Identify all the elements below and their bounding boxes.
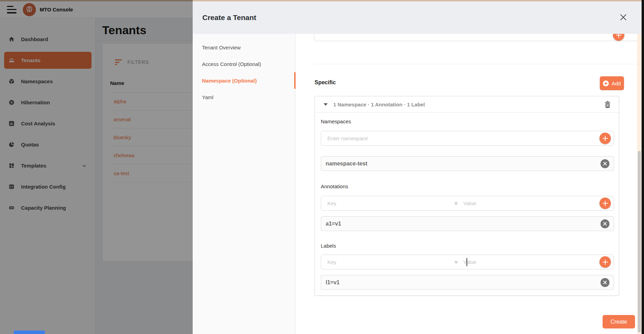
namespace-chip: namespace-test	[321, 156, 614, 171]
delete-trash-icon[interactable]	[604, 101, 611, 108]
remove-namespace-button[interactable]	[600, 159, 609, 168]
modal-nav-access-control[interactable]: Access Control (Optional)	[193, 56, 296, 72]
label-chip: l1=v1	[321, 275, 614, 290]
modal-nav-namespace[interactable]: Namespace (Optional)	[193, 72, 296, 89]
clipped-input-above[interactable]	[314, 34, 637, 41]
close-icon[interactable]	[619, 13, 628, 22]
modal-nav-yaml[interactable]: Yaml	[193, 89, 296, 105]
screen: MTO Console Dashboard Tenants Namespaces…	[0, 0, 644, 334]
namespace-input[interactable]	[321, 131, 599, 145]
annotation-key-input[interactable]	[321, 196, 451, 210]
add-annotation-button[interactable]	[599, 198, 611, 209]
annotations-label: Annotations	[321, 183, 348, 189]
modal-nav: Tenant Overview Access Control (Optional…	[193, 34, 296, 334]
text-cursor	[467, 258, 467, 266]
plus-circle-icon	[603, 80, 609, 86]
label-value-input[interactable]	[461, 255, 599, 269]
annotation-input-row: =	[321, 196, 614, 211]
add-button-label: Add	[612, 80, 621, 86]
add-namespace-button[interactable]	[599, 133, 611, 144]
modal-header: Create a Tenant	[193, 1, 642, 34]
label-chip-value: l1=v1	[326, 279, 600, 286]
label-key-input[interactable]	[321, 255, 451, 269]
collapse-caret-icon[interactable]	[324, 103, 328, 106]
modal-nav-list: Tenant Overview Access Control (Optional…	[193, 39, 296, 105]
modal-nav-tenant-overview[interactable]: Tenant Overview	[193, 39, 296, 56]
remove-label-button[interactable]	[600, 278, 609, 287]
annotation-chip: a1=v1	[321, 216, 614, 231]
remove-annotation-button[interactable]	[600, 219, 609, 228]
annotation-chip-value: a1=v1	[326, 221, 600, 227]
add-button[interactable]: Add	[600, 76, 624, 90]
scrollbar-thumb[interactable]	[638, 151, 641, 332]
namespace-input-row	[321, 131, 614, 146]
annotation-value-input[interactable]	[461, 196, 599, 210]
group-panel-header[interactable]: 1 Namespace · 1 Annotation · 1 Label	[315, 96, 619, 113]
namespace-chip-value: namespace-test	[326, 161, 600, 167]
equals-sign: =	[451, 200, 461, 206]
group-summary: 1 Namespace · 1 Annotation · 1 Label	[333, 102, 425, 107]
add-label-button[interactable]	[599, 256, 611, 268]
screen-edge	[642, 0, 644, 334]
labels-label: Labels	[321, 243, 336, 249]
namespace-group-panel: 1 Namespace · 1 Annotation · 1 Label Nam…	[315, 96, 619, 296]
modal-title: Create a Tenant	[202, 13, 256, 22]
taskbar-peek-artifact	[14, 331, 45, 334]
equals-sign: =	[451, 259, 461, 265]
namespaces-label: Namespaces	[321, 118, 351, 124]
specific-section-title: Specific	[315, 79, 336, 86]
modal-content: Specific Add 1 Namespace · 1 Annotation …	[296, 34, 637, 334]
label-input-row: =	[321, 255, 614, 269]
section-divider	[314, 64, 637, 64]
create-button[interactable]: Create	[603, 315, 635, 328]
